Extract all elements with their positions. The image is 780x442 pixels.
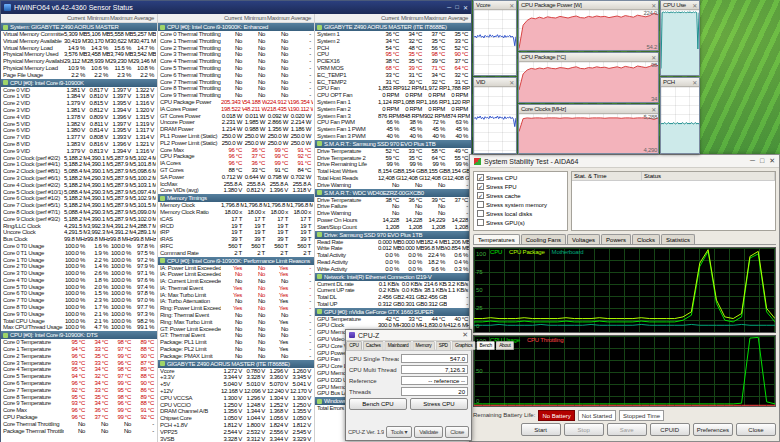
cpuz-titlebar[interactable]: CPU-Z ✕ xyxy=(346,330,471,341)
threads-select[interactable]: 20 xyxy=(401,387,468,396)
stress-cpu-button[interactable]: Stress CPU xyxy=(410,398,468,410)
sensor-value: - xyxy=(290,292,313,299)
sensor-label: CPU Package xyxy=(1,414,64,421)
sensor-section-header[interactable]: GPU [#0]: nVidia GeForce GTX 1660 SUPER xyxy=(315,308,471,316)
close-icon[interactable]: ✕ xyxy=(692,2,697,9)
tab-voltages[interactable]: Voltages xyxy=(567,234,600,244)
close-icon[interactable]: ✕ xyxy=(509,2,514,9)
close-icon[interactable]: ✕ xyxy=(651,2,656,9)
graph-titlebar[interactable]: Core Clocks [MHz]✕ xyxy=(519,105,658,114)
sensor-value: 0.3 % xyxy=(447,266,470,273)
start-button[interactable]: Start xyxy=(521,423,561,436)
tab-about[interactable]: About xyxy=(496,341,514,350)
close-icon[interactable]: ✕ xyxy=(769,157,775,165)
minimize-icon[interactable]: ─ xyxy=(750,157,755,165)
graph-titlebar[interactable]: VID✕ xyxy=(474,78,516,87)
checkbox-icon: ✓ xyxy=(477,192,484,199)
checkbox-stress-fpu[interactable]: ✓Stress FPU xyxy=(475,182,566,191)
sensor-row: Total Host Writes8,154 GB8,154 GB8,155 G… xyxy=(315,168,471,175)
maximize-icon[interactable]: □ xyxy=(455,4,459,11)
sensor-section-header[interactable]: GIGABYTE Z490 AORUS MASTER (ITE IT8688E) xyxy=(315,23,471,31)
sensor-section-header[interactable]: S.M.A.R.T.: Samsung SSD 970 EVO Plus 1TB xyxy=(315,140,471,148)
close-icon[interactable]: ✕ xyxy=(463,4,468,11)
sensor-value: No xyxy=(267,31,290,38)
sensor-section-header[interactable]: Network: Intel(R) Ethernet Connection I2… xyxy=(315,273,471,281)
hwinfo-titlebar[interactable]: HWiNFO64 v6.42-4360 Sensor Status ─ □ ✕ xyxy=(1,1,471,14)
stop-button[interactable]: Stop xyxy=(564,423,604,436)
reference-select[interactable]: -- reference -- xyxy=(401,376,468,385)
tab-mainboard[interactable]: Mainboard xyxy=(385,341,412,350)
sensor-value: 5,188.2 MHz xyxy=(64,161,87,168)
sensor-section-header[interactable]: GIGABYTE Z490 AORUS MASTER (ITE IT8688E) xyxy=(158,360,314,368)
minimize-icon[interactable]: ─ xyxy=(447,4,451,11)
sensor-value: - xyxy=(133,428,156,435)
tab-powers[interactable]: Powers xyxy=(601,234,631,244)
close-button[interactable]: Close xyxy=(445,426,469,438)
sensor-row: Core 7 Thermal ThrottlingNoNoNo- xyxy=(158,79,314,86)
preferences-button[interactable]: Preferences xyxy=(693,423,733,436)
save-button[interactable]: Save xyxy=(607,423,647,436)
close-icon[interactable]: ✕ xyxy=(651,54,656,61)
graph-titlebar[interactable]: PCH✕ xyxy=(661,78,699,87)
tab-statistics[interactable]: Statistics xyxy=(661,234,695,244)
sensor-section-header[interactable]: CPU [#0]: Intel Core i9-10900K: Performa… xyxy=(158,257,314,265)
tab-memory[interactable]: Memory xyxy=(412,341,434,350)
tools-button[interactable]: Tools ▾ xyxy=(386,426,413,438)
sensor-section-header[interactable]: CPU [#0]: Intel Core i9-10900K xyxy=(1,79,157,87)
validate-button[interactable]: Validate xyxy=(414,426,443,438)
tab-caches[interactable]: Caches xyxy=(363,341,384,350)
tab-temperatures[interactable]: Temperatures xyxy=(473,234,520,244)
sensor-label: SA Power xyxy=(158,174,221,181)
sensor-section-header[interactable]: Memory Timings xyxy=(158,194,314,202)
sensor-row: Core 0 VID1.381 V0.817 V1.397 V1.322 V xyxy=(1,87,157,94)
sensor-value: No xyxy=(244,312,267,319)
sensor-value: 0 RPM xyxy=(401,106,424,113)
bench-cpu-button[interactable]: Bench CPU xyxy=(349,398,407,410)
checkbox-stress-gpu-s[interactable]: Stress GPU(s) xyxy=(475,218,566,227)
sensor-value: 40 % xyxy=(424,133,447,140)
checkbox-stress-local-disks[interactable]: Stress local disks xyxy=(475,209,566,218)
graph-titlebar[interactable]: CPU Package Power [W]✕ xyxy=(519,1,658,10)
sensor-value: 5,102.4 MHz xyxy=(133,155,156,162)
sensor-value: 88 °C xyxy=(133,400,156,407)
sensor-value: 35 °C xyxy=(401,58,424,65)
close-icon[interactable]: ✕ xyxy=(462,331,468,339)
sensor-section-header[interactable]: CPU [#0]: Intel Core i9-10900K: Enhanced xyxy=(158,23,314,31)
close-icon[interactable]: ✕ xyxy=(692,79,697,86)
sensor-value: 5,188.2 MHz xyxy=(64,202,87,209)
checkbox-stress-system-memory[interactable]: Stress system memory xyxy=(475,200,566,209)
checkbox-stress-cpu[interactable]: ✓Stress CPU xyxy=(475,173,566,182)
close-icon[interactable]: ✕ xyxy=(651,106,656,113)
tab-graphics[interactable]: Graphics xyxy=(452,341,476,350)
sensor-value: 5,099.0 MHz xyxy=(133,209,156,216)
sensor-label: Core 8 VID xyxy=(1,141,64,148)
checkbox-stress-cache[interactable]: ✓Stress cache xyxy=(475,191,566,200)
graph-titlebar[interactable]: CPU Package [°C]✕ xyxy=(519,53,658,62)
maximize-icon[interactable]: □ xyxy=(760,157,764,165)
sensor-label: Core 9 Temperature xyxy=(1,400,64,407)
sensor-value: 5,558 MB xyxy=(110,31,133,38)
close-icon[interactable]: ✕ xyxy=(509,79,514,86)
sensor-value: 1.314 V xyxy=(133,134,156,141)
sensor-section-header[interactable]: S.M.A.R.T.: WDC WD40EZRZ-00GXCB0 xyxy=(315,189,471,197)
sensor-section-header[interactable]: System: GIGABYTE Z490 AORUS MASTER xyxy=(1,23,157,31)
y-axis-label: 0 xyxy=(476,323,479,329)
sensor-value: No xyxy=(267,332,290,339)
aida-titlebar[interactable]: System Stability Test - AIDA64 ─ □ ✕ xyxy=(470,155,779,168)
tab-cpu[interactable]: CPU xyxy=(346,341,362,350)
sensor-value: 18.00 x xyxy=(244,209,267,216)
close-button[interactable]: Close xyxy=(736,423,776,436)
tab-spd[interactable]: SPD xyxy=(435,341,451,350)
cpuid-button[interactable]: CPUID xyxy=(650,423,690,436)
graph-titlebar[interactable]: CPU Use✕ xyxy=(661,1,699,10)
sensor-value: No xyxy=(244,332,267,339)
sensor-section-header[interactable]: CPU [#0]: Intel Core i9-10900K: DTS xyxy=(1,331,157,339)
sensor-section-header[interactable]: Drive: Samsung SSD 970 EVO Plus 1TB xyxy=(315,231,471,239)
tab-bench[interactable]: Bench xyxy=(476,341,495,350)
tab-cooling-fans[interactable]: Cooling Fans xyxy=(521,234,566,244)
sensor-label: Physical Memory Available xyxy=(1,58,64,65)
tab-clocks[interactable]: Clocks xyxy=(632,234,660,244)
graph-titlebar[interactable]: Vcore✕ xyxy=(474,1,516,10)
sensor-value: No xyxy=(221,72,244,79)
sensor-row: Package Thermal ThrottlingNoNoNo- xyxy=(1,428,157,435)
